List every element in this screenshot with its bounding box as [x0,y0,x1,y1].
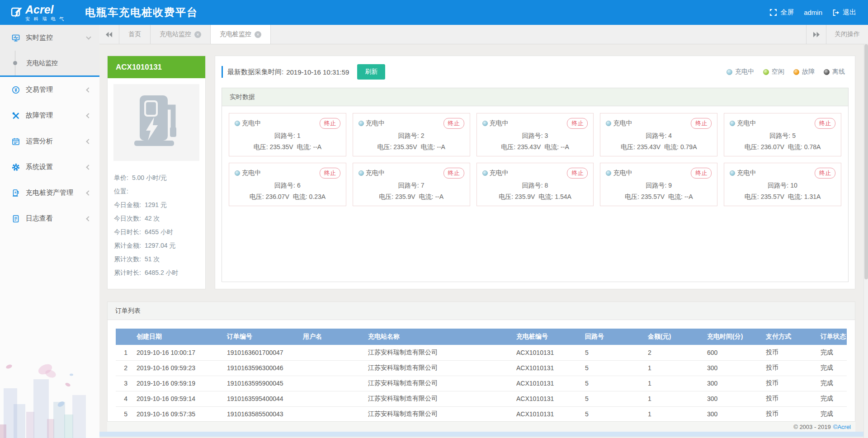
col-charge-minutes: 充电时间(分) [704,329,763,345]
double-arrow-left-icon [106,32,113,38]
circuit-number: 回路号:4 [606,132,712,140]
terminate-button[interactable]: 终止 [815,168,835,179]
circuit-card-2: 充电中 终止 回路号:2 电压:235.35V 电流:--A [353,113,470,156]
fault-icon [12,112,20,120]
sidebar-item-fault-management[interactable]: 故障管理 [0,103,99,128]
collect-time-value: 2019-10-16 10:31:59 [286,68,349,76]
circuit-readings: 电压:235.43V 电流:--A [482,143,588,151]
log-icon [12,215,20,223]
table-row[interactable]: 22019-10-16 09:59:231910163596300046江苏安科… [116,360,847,376]
circuit-readings: 电压:236.07V 电流:0.23A [235,193,340,201]
submenu-dot-icon [13,61,17,65]
col-order-status: 订单状态 [818,329,847,345]
col-amount: 金额(元) [645,329,704,345]
tab-close-icon[interactable]: × [194,31,201,38]
stat-unit-price: 单价:5.00 小时/元 [114,171,199,185]
app-header: Acrel 安 科 瑞 电 气 电瓶车充电桩收费平台 全屏 admin [0,0,868,25]
circuit-card-9: 充电中 终止 回路号:9 电压:235.57V 电流:--A [600,163,717,206]
terminate-button[interactable]: 终止 [320,168,340,179]
stat-total-count: 累计次数:51 次 [114,253,199,266]
tab-bar: 首页 充电站监控 × 充电桩监控 × 关闭操作 [99,25,868,44]
tab-charging-station-monitor[interactable]: 充电站监控 × [151,25,211,44]
analysis-icon [12,137,20,146]
close-operations-dropdown[interactable]: 关闭操作 [826,25,868,44]
logout-button[interactable]: 退出 [832,8,856,17]
accent-bar [222,66,223,78]
terminate-button[interactable]: 终止 [567,168,588,179]
circuit-card-5: 充电中 终止 回路号:5 电压:236.07V 电流:0.78A [724,113,841,156]
circuit-card-1: 充电中 终止 回路号:1 电压:235.35V 电流:--A [229,113,346,156]
stat-location: 位置: [114,185,199,198]
table-row[interactable]: 32019-10-16 09:59:191910163595900045江苏安科… [116,376,847,391]
table-row[interactable]: 42019-10-16 09:59:141910163595400044江苏安科… [116,391,847,406]
sidebar-item-realtime-monitor[interactable]: 实时监控 [0,25,99,51]
terminate-button[interactable]: 终止 [567,118,588,129]
copyright-text: © 2003 - 2019 [793,424,831,430]
sidebar: 实时监控 充电站监控 ¥ 交易管理 故障管理 [0,25,99,438]
monitor-icon [12,34,20,42]
acrel-logo-icon [11,7,23,19]
circuit-card-6: 充电中 终止 回路号:6 电压:236.07V 电流:0.23A [229,163,346,206]
circuit-number: 回路号:3 [482,132,588,140]
stat-total-duration: 累计时长:6485.2 小时 [114,266,199,280]
charging-status-icon [730,170,735,176]
terminate-button[interactable]: 终止 [691,168,712,179]
chevron-left-icon [86,190,91,195]
order-list-panel: 订单列表 创建日期 订单编号 用户名 充电站名称 充电桩编号 回 [107,301,855,422]
vertical-scrollbar[interactable] [863,44,868,438]
brand-subtitle: 安 科 瑞 电 气 [25,17,65,21]
charging-pile-icon [12,189,20,197]
tabs-scroll-right-button[interactable] [806,25,826,44]
legend-idle: 空闲 [763,68,784,76]
sidebar-item-transaction-management[interactable]: ¥ 交易管理 [0,77,99,103]
circuit-number: 回路号:1 [235,132,340,140]
refresh-button[interactable]: 刷新 [357,64,385,80]
charging-status-icon [606,170,611,176]
order-list-title: 订单列表 [108,302,855,320]
charging-pile-image [127,94,186,151]
terminate-button[interactable]: 终止 [443,168,464,179]
sidebar-item-system-settings[interactable]: 系统设置 [0,154,99,180]
circuit-number: 回路号:10 [730,182,835,190]
legend-offline: 离线 [824,68,845,76]
sidebar-item-charging-pile-assets[interactable]: 充电桩资产管理 [0,180,99,206]
stat-today-count: 今日次数:42 次 [114,212,199,226]
circuit-readings: 电压:235.9V 电流:1.54A [482,193,588,201]
charging-status-icon [482,121,488,126]
collect-time-label: 最新数据采集时间: [227,68,283,76]
legend-fault: 故障 [793,68,815,76]
fullscreen-icon [769,9,777,16]
terminate-button[interactable]: 终止 [815,118,835,129]
table-row[interactable]: 12019-10-16 10:00:171910163601700047江苏安科… [116,345,847,360]
footer-brand-link[interactable]: ©Acrel [833,424,851,430]
username[interactable]: admin [804,9,822,16]
fullscreen-button[interactable]: 全屏 [769,8,794,17]
sidebar-item-charging-station-monitor[interactable]: 充电站监控 [0,51,99,75]
tab-close-icon[interactable]: × [255,31,261,38]
col-username: 用户名 [300,329,365,345]
terminate-button[interactable]: 终止 [320,118,340,129]
table-row[interactable]: 52019-10-16 09:57:351910163585500043江苏安科… [116,406,847,422]
tab-charging-pile-monitor[interactable]: 充电桩监控 × [211,25,271,44]
logout-icon [832,9,840,16]
footer-strip [99,432,863,437]
status-legend: 充电中 空闲 故障 离线 [726,68,845,76]
circuit-card-3: 充电中 终止 回路号:3 电压:235.43V 电流:--A [476,113,594,156]
circuit-readings: 电压:235.35V 电流:--A [235,143,340,151]
station-info-card: ACX1010131 单价:5.00 小时/元 位置: [107,56,206,289]
terminate-button[interactable]: 终止 [443,118,464,129]
gear-icon [12,163,20,171]
circuit-number: 回路号:7 [359,182,464,190]
tabs-scroll-left-button[interactable] [99,25,119,44]
tab-home[interactable]: 首页 [119,25,151,44]
charging-status-icon [730,121,735,126]
terminate-button[interactable]: 终止 [691,118,712,129]
col-rownum [116,329,134,345]
brand-name: Acrel [25,4,65,15]
footer: © 2003 - 2019 ©Acrel [107,422,855,432]
circuit-card-8: 充电中 终止 回路号:8 电压:235.9V 电流:1.54A [476,163,594,206]
sidebar-item-log-view[interactable]: 日志查看 [0,206,99,231]
scrollbar-thumb[interactable] [864,44,868,279]
sidebar-item-operation-analysis[interactable]: 运营分析 [0,128,99,154]
svg-text:¥: ¥ [14,87,17,92]
